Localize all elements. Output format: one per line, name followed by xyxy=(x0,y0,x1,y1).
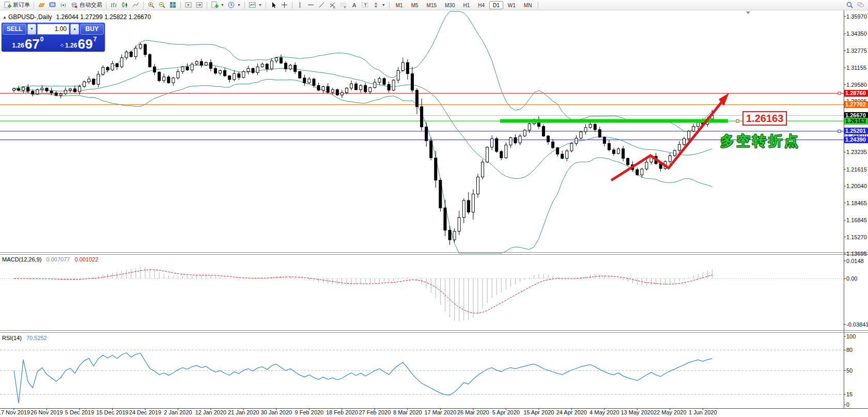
auto-scroll-button[interactable] xyxy=(183,1,194,10)
chart-canvas[interactable] xyxy=(0,0,868,417)
chevron-down-icon[interactable]: ▼ xyxy=(382,3,385,7)
chart-shift-button[interactable] xyxy=(194,1,205,10)
candlestick-mode-button[interactable] xyxy=(119,1,130,10)
doc-plus-icon xyxy=(4,1,11,9)
main-toolbar: 新订单自动交易▼▼▼EFAT▼M1M5M15M30H1H4D1W1MN xyxy=(0,0,868,10)
date-tick-label: 9 Feb 2020 xyxy=(295,409,324,415)
candle-body xyxy=(392,80,395,90)
sell-price-display[interactable]: 1.26 67 0 xyxy=(3,35,53,51)
signals-button[interactable] xyxy=(58,1,69,10)
candle-body xyxy=(500,151,503,158)
profiles-button[interactable]: ▼ xyxy=(226,1,242,10)
toolbar-separator xyxy=(266,2,266,9)
crosshair-button[interactable] xyxy=(279,1,290,10)
date-tick-label: 15 Apr 2020 xyxy=(523,409,554,415)
arrows-button[interactable]: ▼ xyxy=(370,1,387,10)
timeframe-button-mn[interactable]: MN xyxy=(520,1,536,9)
timeframe-button-m5[interactable]: M5 xyxy=(408,1,422,9)
text-button[interactable]: A xyxy=(349,1,360,10)
timeframe-button-d1[interactable]: D1 xyxy=(489,1,503,9)
terminal-button[interactable] xyxy=(47,1,58,10)
date-tick-label: 24 Dec 2019 xyxy=(129,409,161,415)
candle-body xyxy=(692,127,695,131)
sell-button[interactable]: SELL xyxy=(3,24,26,35)
rsi-tick-label: 80 xyxy=(846,347,853,353)
candle-body xyxy=(509,137,512,145)
date-tick-label: 22 May 2020 xyxy=(654,409,687,415)
price-tick-label: 1.15270 xyxy=(846,234,867,240)
vertical-line-button[interactable] xyxy=(295,1,305,10)
bar-chart-mode-button[interactable] xyxy=(109,1,119,10)
candle-body xyxy=(233,74,236,80)
candle-body xyxy=(435,158,437,180)
timeframe-button-w1[interactable]: W1 xyxy=(504,1,519,9)
timeframe-button-h4[interactable]: H4 xyxy=(474,1,488,9)
chat-button[interactable] xyxy=(855,1,866,10)
zoom-in-button[interactable] xyxy=(146,1,157,10)
candle-body xyxy=(195,61,198,64)
market-watch-button[interactable] xyxy=(36,1,47,10)
line-chart-mode-button[interactable] xyxy=(130,1,141,10)
date-tick-label: 5 Apr 2020 xyxy=(492,409,520,415)
terminal-icon xyxy=(49,1,56,9)
trendline-button[interactable] xyxy=(316,1,327,10)
candle-body xyxy=(486,147,489,162)
fibonacci-retracement-button[interactable]: F xyxy=(338,1,349,10)
volume-input[interactable]: 1.00 xyxy=(37,24,69,35)
price-tick-label: 1.31155 xyxy=(846,65,866,71)
zoom-out-button[interactable] xyxy=(157,1,167,10)
chevron-down-icon[interactable]: ▼ xyxy=(258,3,262,7)
toolbar-separator xyxy=(207,2,207,9)
candle-body xyxy=(589,125,592,128)
macd-tick-label: -0.038415 xyxy=(846,321,868,328)
candle-body xyxy=(327,86,329,92)
hline-icon xyxy=(307,1,315,9)
candle-body xyxy=(317,85,320,90)
pivot-annotation-text[interactable]: 多空转折点 xyxy=(720,132,800,150)
equidistant-channel-button[interactable]: E xyxy=(327,1,338,10)
candle-body xyxy=(13,89,16,90)
timeframe-button-m1[interactable]: M1 xyxy=(392,1,407,9)
level-label-handle[interactable] xyxy=(736,120,739,122)
volume-increase-button[interactable]: ▲ xyxy=(70,24,79,35)
timeframe-button-m15[interactable]: M15 xyxy=(423,1,440,9)
price-badge-1.28760: 1.28760 xyxy=(844,90,868,97)
tile-windows-button[interactable] xyxy=(167,1,178,10)
s-pre: 1.26 xyxy=(12,42,24,49)
autotrading-button[interactable]: 自动交易 xyxy=(69,1,104,10)
candles-icon xyxy=(121,1,129,9)
buy-button[interactable]: BUY xyxy=(80,24,104,35)
candle-body xyxy=(181,67,184,71)
date-tick-label: 4 May 2020 xyxy=(590,409,619,415)
search-button[interactable] xyxy=(844,1,855,10)
chevron-down-icon[interactable]: ▼ xyxy=(221,3,224,7)
level-handle[interactable] xyxy=(838,130,841,132)
date-tick-label: 2 Jan 2020 xyxy=(164,409,192,415)
text-label-button[interactable]: T xyxy=(360,1,370,10)
candle-body xyxy=(205,63,207,65)
chart-shift-marker[interactable] xyxy=(746,11,750,14)
level-price-label[interactable]: 1.26163 xyxy=(742,111,787,126)
doc-plus-icon xyxy=(211,1,219,9)
support-highlight-line[interactable] xyxy=(500,119,728,123)
chevron-down-icon[interactable]: ▼ xyxy=(237,3,241,7)
price-tick-label: 1.18465 xyxy=(846,200,867,206)
cursor-button[interactable] xyxy=(268,1,279,10)
candle-body xyxy=(163,77,165,81)
zoom-out-icon xyxy=(158,1,166,9)
indicators-button[interactable]: ▼ xyxy=(247,1,264,10)
horizontal-line-button[interactable] xyxy=(305,1,316,10)
level-handle[interactable] xyxy=(838,92,841,95)
candle-body xyxy=(172,78,175,83)
timeframe-button-h1[interactable]: H1 xyxy=(459,1,473,9)
candle-body xyxy=(360,85,362,89)
volume-decrease-button[interactable]: ▼ xyxy=(27,24,36,35)
timeframe-button-m30[interactable]: M30 xyxy=(441,1,458,9)
new-chart-button[interactable]: ▼ xyxy=(209,1,226,10)
new-order-button[interactable]: 新订单 xyxy=(2,1,32,10)
buy-price-display[interactable]: ◇ 1.26 69 7 xyxy=(53,35,104,51)
panel-collapse-icon[interactable]: ▲ xyxy=(3,15,7,20)
price-tick-label: 1.13695 xyxy=(846,251,867,257)
candle-body xyxy=(111,64,114,70)
date-tick-label: 26 Nov 2019 xyxy=(30,409,63,415)
